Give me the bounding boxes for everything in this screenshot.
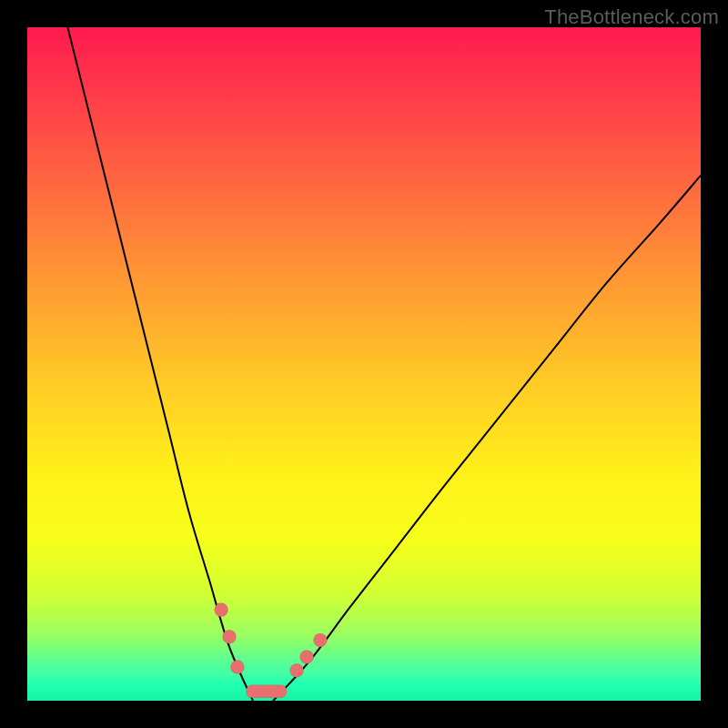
minimum-marker [247,685,287,698]
curve-layer [27,27,701,701]
data-marker [215,603,228,617]
right-curve [273,176,701,701]
data-marker [230,661,244,674]
markers-group [215,603,328,678]
data-marker [300,650,314,663]
left-curve [67,27,253,701]
plot-area [27,27,701,701]
data-marker [223,630,237,643]
data-marker [290,663,304,677]
data-marker [313,633,327,647]
chart-container: TheBottleneck.com [0,0,728,728]
watermark-text: TheBottleneck.com [544,5,719,29]
